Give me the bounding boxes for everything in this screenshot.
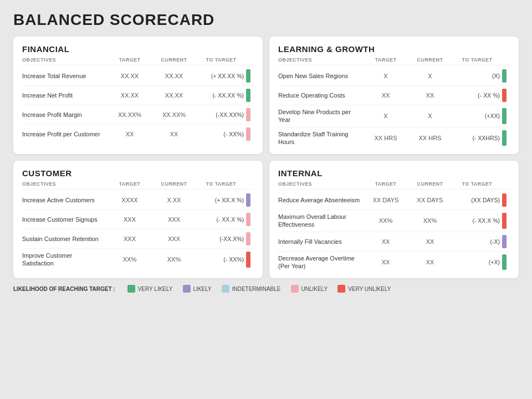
- internal-row-3: Decrease Average Overtime (Per Year) XX …: [278, 252, 510, 273]
- customer-indicator-2: [246, 232, 250, 245]
- financial-row-0: Increase Total Revenue XX.XX XX.XX (+ XX…: [22, 66, 254, 86]
- customer-row-1: Increase Customer Signups XXX XXX (- XX.…: [22, 210, 254, 229]
- learning-row-0: Open New Sales Regions X X (X): [278, 66, 510, 86]
- internal-indicator-2: [502, 235, 507, 248]
- financial-col-current: CURRENT: [152, 57, 196, 63]
- indicator-2: [246, 108, 250, 121]
- financial-col-obj: OBJECTIVES: [22, 57, 108, 63]
- customer-indicator-1: [246, 213, 250, 226]
- customer-indicator-3: [246, 252, 250, 268]
- financial-row-1: Increase Net Profit XX.XX XX.XX (- XX.XX…: [22, 86, 254, 105]
- legend-very-unlikely: VERY UNLIKELY: [337, 285, 391, 293]
- internal-row-1: Maximum Overall Labour Effectiveness XX%…: [278, 210, 510, 232]
- page-title: BALANCED SCORECARD: [13, 11, 519, 29]
- internal-col-headers: OBJECTIVES TARGET CURRENT TO TARGET: [278, 180, 510, 190]
- customer-indicator-0: [246, 193, 250, 207]
- customer-title: CUSTOMER: [22, 168, 254, 178]
- indicator-0: [246, 69, 250, 83]
- learning-title: LEARNING & GROWTH: [278, 44, 510, 54]
- financial-col-target: TARGET: [108, 57, 152, 63]
- legend-likely-box: [183, 285, 191, 293]
- scorecard-grid: FINANCIAL OBJECTIVES TARGET CURRENT TO T…: [13, 37, 519, 278]
- learning-indicator-0: [502, 69, 507, 83]
- legend-unlikely: UNLIKELY: [291, 285, 328, 293]
- financial-row-3: Increase Profit per Customer XX XX (- XX…: [22, 125, 254, 144]
- customer-col-headers: OBJECTIVES TARGET CURRENT TO TARGET: [22, 180, 254, 190]
- financial-title: FINANCIAL: [22, 44, 254, 54]
- legend-unlikely-box: [291, 285, 299, 293]
- legend: LIKELIHOOD OF REACHING TARGET : VERY LIK…: [13, 285, 519, 293]
- customer-card: CUSTOMER OBJECTIVES TARGET CURRENT TO TA…: [13, 161, 263, 278]
- learning-indicator-2: [502, 108, 507, 124]
- legend-prefix: LIKELIHOOD OF REACHING TARGET :: [13, 286, 115, 292]
- learning-row-1: Reduce Operating Costs XX XX (- XX %): [278, 86, 510, 105]
- legend-very-unlikely-box: [337, 285, 345, 293]
- legend-indeterminable-box: [222, 285, 229, 293]
- internal-card: INTERNAL OBJECTIVES TARGET CURRENT TO TA…: [269, 161, 519, 278]
- legend-indeterminable: INDETERMINABLE: [222, 285, 281, 293]
- legend-likely: LIKELY: [183, 285, 212, 293]
- internal-indicator-3: [502, 254, 507, 270]
- learning-card: LEARNING & GROWTH OBJECTIVES TARGET CURR…: [269, 37, 519, 154]
- indicator-3: [246, 127, 250, 141]
- internal-indicator-0: [502, 193, 507, 207]
- customer-row-0: Increase Active Customers XXXX X.XX (+ X…: [22, 191, 254, 210]
- internal-indicator-1: [502, 213, 507, 229]
- indicator-1: [246, 89, 250, 102]
- customer-row-3: Improve Customer Satisfaction XX% XX% (-…: [22, 249, 254, 270]
- learning-indicator-1: [502, 89, 507, 102]
- financial-row-2: Increase Profit Margin XX.XX% XX.XX% (-X…: [22, 105, 254, 125]
- internal-row-2: Internally Fill Vacancies XX XX (-X): [278, 232, 510, 252]
- legend-very-likely: VERY LIKELY: [127, 285, 173, 293]
- internal-title: INTERNAL: [278, 168, 510, 178]
- legend-very-likely-box: [127, 285, 135, 293]
- internal-row-0: Reduce Average Absenteeism XX DAYS XX DA…: [278, 191, 510, 210]
- financial-col-headers: OBJECTIVES TARGET CURRENT TO TARGET: [22, 56, 254, 65]
- customer-row-2: Sustain Customer Retention XXX XXX (-XX.…: [22, 229, 254, 249]
- learning-row-2: Develop New Products per Year X X (+XX): [278, 105, 510, 127]
- financial-col-totarget: TO TARGET: [196, 57, 246, 63]
- learning-indicator-3: [502, 130, 507, 146]
- financial-card: FINANCIAL OBJECTIVES TARGET CURRENT TO T…: [13, 37, 263, 154]
- learning-col-headers: OBJECTIVES TARGET CURRENT TO TARGET: [278, 56, 510, 65]
- learning-row-3: Standardize Staff Training Hours XX HRS …: [278, 127, 510, 149]
